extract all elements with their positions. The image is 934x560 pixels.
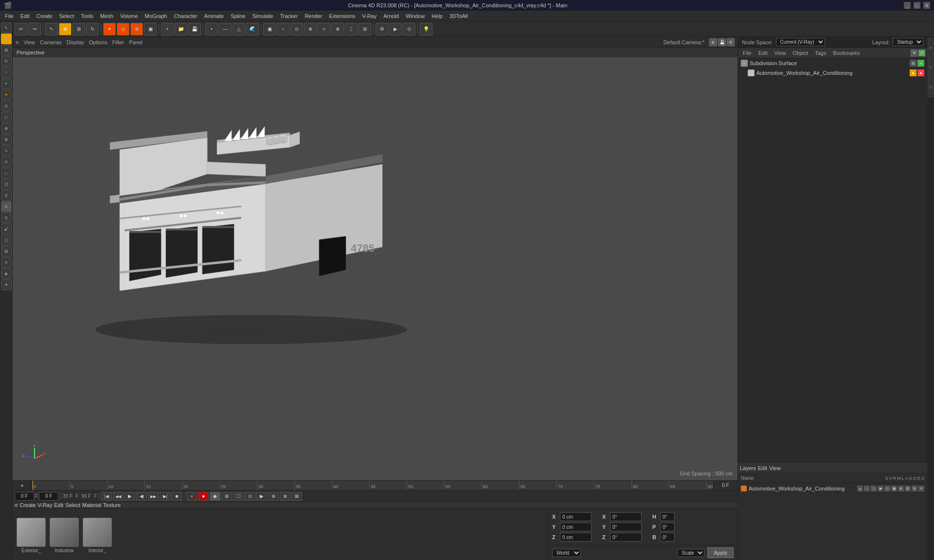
subdiv-btn1[interactable]: ⊞ [910,60,916,67]
sidebar-icon-loop[interactable]: ⊗ [1,123,12,134]
frame-start-input[interactable] [15,492,34,501]
layer-ctrl-v[interactable]: ○ [864,486,870,491]
sidebar-icon-patch[interactable]: ⌹ [1,235,12,245]
menu-extensions[interactable]: Extensions [326,12,358,20]
array-button[interactable]: ⊕ [331,23,344,35]
sidebar-icon-bevel[interactable]: ⌂ [1,168,12,178]
obj-tab-tags[interactable]: Tags [812,49,829,57]
sidebar-icon-brush[interactable]: 🖌 [1,224,12,234]
rotate-tool-button[interactable]: ↻ [86,23,99,35]
primitive-cylinder-button[interactable]: ⊙ [290,23,303,35]
menu-tracker[interactable]: Tracker [277,12,301,20]
menu-character[interactable]: Character [171,12,200,20]
menu-window[interactable]: Window [403,12,428,20]
open-button[interactable]: 📁 [175,23,187,35]
frame-end-input[interactable] [39,492,58,501]
sidebar-icon-layers[interactable]: ≡ [1,257,12,268]
scale-tool-button[interactable]: ⊞ [72,23,85,35]
obj-item-automotive[interactable]: M Automotive_Workshop_Air_Conditioning ●… [738,68,927,78]
ipr-button[interactable]: ⊙ [403,23,415,35]
viewport-tab-display[interactable]: Display [67,39,84,45]
apply-button[interactable]: Apply [707,547,734,558]
sidebar-icon-rotate[interactable]: ↻ [1,56,12,67]
layer-ctrl-s[interactable]: ● [857,486,863,491]
new-button[interactable]: + [161,23,174,35]
obj-tab-view[interactable]: View [772,49,789,57]
menu-create[interactable]: Create [34,12,55,20]
viewport-tab-filter[interactable]: Filter [112,39,124,45]
menu-spline[interactable]: Spline [228,12,249,20]
viewport-tab-options[interactable]: Options [89,39,108,45]
menu-vray[interactable]: V-Ray [359,12,379,20]
sidebar-icon-bridge[interactable]: ⌬ [1,179,12,190]
move-tool-button[interactable]: ⊕ [59,23,72,35]
go-to-end-button[interactable] [160,492,170,501]
3d-viewport[interactable]: 4785 [13,57,737,480]
sidebar-icon-s3[interactable]: S [1,212,12,223]
prev-frame-button[interactable] [113,492,124,501]
auto-btn1[interactable]: ● [910,70,916,76]
layer-ctrl-r[interactable]: □ [871,486,877,491]
boole-button[interactable]: ⌶ [345,23,358,35]
material-item-exterior[interactable]: Exterior_ [17,518,46,553]
material-item-industrial[interactable]: Industria [50,518,79,553]
sidebar-icon-edge[interactable]: ◇ [1,112,12,122]
menu-help[interactable]: Help [429,12,446,20]
menu-render[interactable]: Render [302,12,325,20]
side-tab-coord[interactable]: C [928,58,934,77]
sidebar-icon-fill[interactable]: ⊕ [1,134,12,145]
render-button[interactable]: ▶ [389,23,402,35]
layer-ctrl-d[interactable]: ⊞ [905,486,911,491]
timeline-toggle6[interactable]: ⊗ [280,492,290,501]
next-frame-button[interactable] [148,492,159,501]
x-rot-input[interactable]: 0° [610,512,642,521]
object-mode-button[interactable]: ✦ [103,23,116,35]
menu-simulate[interactable]: Simulate [250,12,276,20]
y-rot-input[interactable]: 0° [610,523,642,531]
point-mode-button[interactable]: • [205,23,218,35]
subdiv-btn2[interactable]: ✓ [917,60,924,67]
layers-tab-view[interactable]: View [769,465,781,471]
layer-ctrl-l[interactable]: ▷ [884,486,890,491]
menu-arnold[interactable]: Arnold [380,12,402,20]
x-pos-input[interactable]: 0 cm [560,512,592,521]
light-button[interactable]: 💡 [420,23,432,35]
timeline-toggle3[interactable]: ⊙ [245,492,255,501]
menu-file[interactable]: File [2,12,17,20]
y-pos-input[interactable]: 0 cm [560,523,592,531]
maximize-button[interactable]: □ [914,2,920,9]
record-button[interactable] [186,492,197,501]
menu-animate[interactable]: Animate [201,12,227,20]
z-pos-input[interactable]: 0 cm [560,533,592,542]
sidebar-icon-knife[interactable]: ⌗ [1,157,12,167]
sidebar-icon-point[interactable]: ⊙ [1,101,12,111]
keyframe-button[interactable]: ◆ [210,492,220,501]
obj-item-subdivision[interactable]: N Subdivision Surface ⊞ ✓ [738,58,927,68]
timeline-toggle1[interactable]: ⊞ [221,492,232,501]
layers-tab-layers[interactable]: Layers [740,465,756,471]
sidebar-icon-sun[interactable]: ☀ [1,280,12,290]
z-rot-input[interactable]: 0° [610,533,642,542]
sidebar-icon-s2[interactable]: S [1,201,12,212]
material-vray[interactable]: V-Ray [37,502,52,508]
stop-button[interactable] [171,492,182,501]
material-texture[interactable]: Texture [103,502,121,508]
layer-item-automotive[interactable]: Automotive_Workshop_Air_Conditioning ● ○… [738,483,927,494]
sidebar-icon-scale[interactable]: ⊞ [1,45,12,55]
scale-mode-dropdown[interactable]: Scale Size [677,549,704,557]
coord-system-dropdown[interactable]: World Local Object [552,549,581,557]
side-tab-attr[interactable]: A [928,38,934,57]
menu-select[interactable]: Select [56,12,77,20]
timeline-track[interactable]: 0 5 10 15 20 25 30 35 40 45 50 55 60 65 [32,481,713,490]
go-to-start-button[interactable] [101,492,112,501]
edge-mode-button[interactable]: — [219,23,232,35]
close-button[interactable]: ✕ [923,2,930,9]
deformer-button[interactable]: ⌗ [318,23,330,35]
layer-ctrl-x[interactable]: ✕ [918,486,924,491]
sidebar-icon-spline[interactable]: ∿ [1,145,12,156]
menu-tools[interactable]: Tools [78,12,96,20]
play-button[interactable] [125,492,135,501]
cursor-tool-button[interactable]: ↖ [45,23,58,35]
viewport-settings-icon[interactable]: ⚙ [727,38,735,46]
timeline-toggle2[interactable]: ☐ [233,492,244,501]
